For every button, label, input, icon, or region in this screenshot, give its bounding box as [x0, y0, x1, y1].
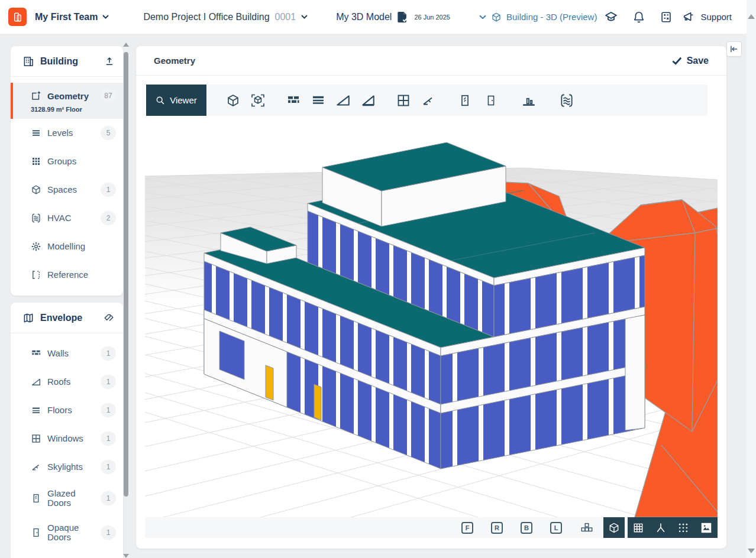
item-label: Spaces: [47, 185, 101, 195]
item-label: HVAC: [47, 213, 101, 223]
sidebar-item-levels[interactable]: Levels 5: [11, 119, 123, 147]
document-check-icon[interactable]: [397, 11, 408, 23]
add-body-button[interactable]: [225, 93, 241, 108]
sidebar-item-groups[interactable]: Groups: [11, 147, 123, 176]
view-right-button[interactable]: R: [491, 522, 503, 534]
building-section-header[interactable]: Building: [11, 46, 123, 77]
windows-tool-button[interactable]: [396, 93, 411, 108]
item-label: Windows: [47, 434, 101, 444]
scroll-down-arrow[interactable]: [123, 554, 129, 558]
app-logo[interactable]: [8, 8, 27, 26]
scroll-up-arrow[interactable]: [748, 14, 755, 19]
item-badge: 1: [101, 460, 116, 474]
sidebar-item-hvac[interactable]: HVAC 2: [11, 204, 123, 232]
project-menu[interactable]: Demo Project I Office Building 0001: [143, 12, 308, 22]
building-panel: Building Geometry 87 3128.99 m² Floor Le…: [11, 46, 123, 296]
unfold-view-button[interactable]: [580, 521, 594, 534]
item-label: Roofs: [47, 377, 101, 387]
unfold-plan-icon: [580, 521, 594, 534]
selected-indicator: [11, 83, 13, 119]
roofs-tool-button[interactable]: [335, 93, 351, 108]
glazed-doors-tool-button[interactable]: [457, 93, 473, 108]
item-badge: 1: [101, 403, 116, 417]
geometry-panel: Geometry Save Viewer: [136, 46, 726, 549]
sidebar-item-skylights[interactable]: Skylights 1: [11, 453, 123, 481]
skylights-tool-button[interactable]: [421, 93, 436, 108]
search-icon: [156, 96, 165, 105]
opaque-door-icon: [31, 527, 41, 538]
learn-button[interactable]: [604, 10, 618, 24]
opaque-doors-tool-button[interactable]: [483, 93, 499, 108]
item-badge: 2: [101, 211, 116, 225]
toggle-grid-button[interactable]: [632, 522, 644, 534]
export-icon[interactable]: [104, 56, 115, 67]
view-selector[interactable]: Building - 3D (Preview): [479, 12, 597, 22]
windows-icon: [396, 93, 411, 108]
view-left-button[interactable]: L: [550, 522, 562, 534]
calculator-button[interactable]: [660, 10, 673, 24]
floors-tool-button[interactable]: [311, 93, 326, 108]
chevron-down-icon: [479, 15, 486, 20]
screenshot-button[interactable]: [700, 521, 713, 534]
item-label: Walls: [47, 349, 101, 359]
support-button[interactable]: Support: [681, 11, 732, 24]
app-header: My First Team Demo Project I Office Buil…: [0, 0, 747, 34]
panel-title-row: Geometry Save: [136, 46, 726, 76]
team-menu[interactable]: My First Team: [35, 12, 109, 22]
item-badge: 1: [101, 346, 116, 361]
panel-title: Geometry: [154, 56, 672, 66]
collapse-panel-button[interactable]: [726, 41, 742, 57]
envelope-panel: Envelope Walls 1 Roofs 1 Floors 1: [11, 303, 123, 558]
scrollbar-thumb[interactable]: [124, 52, 128, 497]
sidebar-item-floors[interactable]: Floors 1: [11, 396, 123, 424]
viewport-bottom-bar: F R B L: [145, 517, 718, 538]
shades-tool-button[interactable]: [360, 93, 376, 108]
notifications-button[interactable]: [632, 10, 645, 24]
hvac-tool-button[interactable]: [559, 93, 574, 108]
sidebar-scrollbar[interactable]: [122, 37, 130, 558]
sidebar-item-modelling[interactable]: Modelling: [11, 232, 123, 261]
ground-tool-button[interactable]: [521, 93, 537, 108]
glazed-door-yellow: [314, 384, 321, 420]
groups-icon: [31, 156, 41, 167]
view-3d-button[interactable]: [603, 517, 625, 538]
sidebar-item-geometry[interactable]: Geometry 87 3128.99 m² Floor: [11, 83, 123, 119]
glazed-door-icon: [458, 93, 471, 108]
floors-icon: [311, 93, 325, 108]
collapse-left-icon: [730, 46, 738, 53]
item-badge: 87: [101, 89, 116, 103]
view-front-button[interactable]: F: [461, 522, 473, 534]
view-back-button[interactable]: B: [521, 522, 532, 534]
sidebar-item-spaces[interactable]: Spaces 1: [11, 176, 123, 204]
sidebar-item-opaque-doors[interactable]: Opaque Doors 1: [11, 515, 123, 550]
roof-triangle-icon: [335, 93, 351, 108]
skylights-icon: [421, 93, 435, 108]
viewport-options-group: [628, 517, 718, 538]
calculator-icon: [660, 10, 673, 24]
bell-icon: [632, 10, 645, 24]
tags-icon[interactable]: [103, 313, 115, 323]
toggle-points-button[interactable]: [677, 522, 689, 534]
viewer-button[interactable]: Viewer: [146, 85, 206, 116]
page-scrollbar[interactable]: [747, 0, 756, 558]
toggle-axes-button[interactable]: [655, 522, 667, 534]
scroll-up-arrow[interactable]: [123, 43, 129, 47]
item-label: Skylights: [47, 462, 101, 472]
envelope-section-header[interactable]: Envelope: [11, 303, 123, 333]
chevron-down-icon: [102, 15, 109, 19]
walls-tool-button[interactable]: [286, 93, 301, 108]
scroll-down-arrow[interactable]: [748, 549, 755, 553]
sidebar-item-walls[interactable]: Walls 1: [11, 339, 123, 368]
sidebar-item-glazed-doors[interactable]: Glazed Doors 1: [11, 481, 123, 515]
logo-building-icon: [12, 12, 23, 22]
sidebar-item-reference[interactable]: Reference: [11, 261, 123, 289]
building-section-title: Building: [40, 56, 104, 67]
save-button[interactable]: Save: [672, 56, 709, 66]
item-label: Levels: [47, 128, 101, 138]
3d-viewport[interactable]: [145, 117, 718, 517]
sidebar-item-windows[interactable]: Windows 1: [11, 424, 123, 453]
sidebar-item-roofs[interactable]: Roofs 1: [11, 368, 123, 396]
item-label: Floors: [47, 405, 101, 416]
item-badge: 1: [101, 525, 116, 540]
select-body-button[interactable]: [250, 93, 266, 108]
